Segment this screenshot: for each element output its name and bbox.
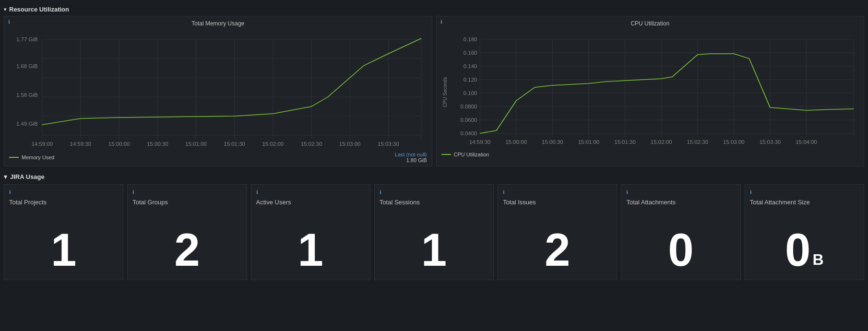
memory-last-label: Last (not null)	[395, 152, 427, 157]
svg-text:1.49 GiB: 1.49 GiB	[16, 121, 38, 127]
svg-text:15:03:30: 15:03:30	[378, 142, 399, 147]
svg-text:14:59:00: 14:59:00	[31, 142, 53, 147]
jira-usage-title: JIRA Usage	[10, 173, 45, 180]
stat-value: 0	[626, 227, 735, 273]
svg-text:0.0600: 0.0600	[460, 118, 477, 123]
cpu-legend: CPU Utilization	[441, 152, 859, 157]
svg-text:15:03:00: 15:03:00	[723, 140, 745, 145]
svg-text:14:59:30: 14:59:30	[70, 142, 92, 147]
stat-value: 1	[380, 227, 488, 273]
cpu-chart-panel: ℹ CPU Utilization	[436, 16, 865, 166]
resource-chevron-icon: ▾	[4, 7, 6, 12]
svg-text:15:00:00: 15:00:00	[108, 142, 130, 147]
svg-text:1.58 GiB: 1.58 GiB	[16, 93, 38, 98]
memory-last-num: 1.80 GiB	[406, 157, 427, 163]
svg-text:14:59:30: 14:59:30	[469, 140, 490, 145]
stat-info-icon[interactable]: ℹ	[9, 189, 11, 195]
stat-title: Total Sessions	[380, 199, 420, 206]
memory-legend: Memory Used Last (not null) 1.80 GiB	[9, 152, 427, 163]
stat-info-icon[interactable]: ℹ	[132, 189, 134, 195]
stat-value: 2	[132, 227, 241, 273]
svg-text:0.0800: 0.0800	[460, 104, 477, 109]
stat-info-icon[interactable]: ℹ	[503, 189, 505, 195]
stat-card: ℹTotal Sessions1	[374, 184, 494, 280]
stat-card: ℹTotal Projects1	[4, 184, 123, 280]
cpu-chart-title: CPU Utilization	[441, 20, 859, 27]
svg-text:0.100: 0.100	[463, 91, 477, 96]
svg-text:15:03:00: 15:03:00	[339, 142, 361, 147]
stat-title: Total Groups	[132, 199, 168, 206]
stat-info-icon[interactable]: ℹ	[626, 189, 628, 195]
stat-card: ℹActive Users1	[251, 184, 370, 280]
svg-text:15:02:30: 15:02:30	[687, 140, 708, 145]
svg-text:15:02:00: 15:02:00	[650, 140, 672, 145]
memory-legend-line	[9, 157, 19, 158]
svg-text:1.77 GiB: 1.77 GiB	[16, 37, 38, 42]
stat-value: 1	[9, 227, 118, 273]
svg-text:15:01:30: 15:01:30	[224, 142, 245, 147]
stat-info-icon[interactable]: ℹ	[380, 189, 381, 195]
memory-chart-area: 1.77 GiB 1.68 GiB 1.58 GiB 1.49 GiB 14:5…	[9, 30, 427, 150]
stat-title: Total Projects	[9, 199, 47, 206]
svg-text:0.140: 0.140	[463, 64, 477, 69]
stats-row: ℹTotal Projects1ℹTotal Groups2ℹActive Us…	[4, 184, 864, 280]
cpu-chart-svg: 0.180 0.160 0.140 0.120 0.100 0.0800 0.0…	[441, 30, 859, 150]
memory-legend-label: Memory Used	[22, 154, 54, 160]
svg-text:1.68 GiB: 1.68 GiB	[16, 64, 38, 69]
stat-title: Total Attachments	[626, 199, 676, 206]
memory-last-value: Last (not null) 1.80 GiB	[395, 152, 427, 163]
svg-text:15:02:30: 15:02:30	[301, 142, 322, 147]
svg-text:15:01:30: 15:01:30	[614, 140, 636, 145]
resource-utilization-header[interactable]: ▾ Resource Utilization	[4, 4, 864, 16]
svg-text:0.120: 0.120	[463, 77, 477, 83]
stat-title: Active Users	[256, 199, 291, 206]
stat-info-icon[interactable]: ℹ	[256, 189, 258, 195]
svg-text:15:01:00: 15:01:00	[185, 142, 207, 147]
stat-value: 2	[503, 227, 612, 273]
stat-card: ℹTotal Issues2	[498, 184, 617, 280]
stat-title: Total Issues	[503, 199, 536, 206]
stat-card: ℹTotal Attachments0	[621, 184, 740, 280]
svg-text:0.160: 0.160	[463, 50, 477, 56]
stat-info-icon[interactable]: ℹ	[750, 189, 752, 195]
stat-card: ℹTotal Groups2	[127, 184, 247, 280]
stat-title: Total Attachment Size	[750, 199, 810, 206]
svg-text:15:00:30: 15:00:30	[147, 142, 168, 147]
memory-chart-svg: 1.77 GiB 1.68 GiB 1.58 GiB 1.49 GiB 14:5…	[9, 30, 427, 150]
svg-text:15:01:00: 15:01:00	[578, 140, 599, 145]
stat-value: 0B	[750, 227, 859, 273]
memory-chart-panel: ℹ Total Memory Usage	[4, 16, 432, 166]
memory-chart-title: Total Memory Usage	[9, 20, 427, 27]
svg-text:15:04:00: 15:04:00	[796, 140, 817, 145]
cpu-chart-area: 0.180 0.160 0.140 0.120 0.100 0.0800 0.0…	[441, 30, 859, 150]
cpu-info-icon[interactable]: ℹ	[440, 19, 442, 24]
svg-text:CPU Seconds: CPU Seconds	[441, 77, 448, 107]
resource-utilization-title: Resource Utilization	[9, 6, 69, 13]
charts-row: ℹ Total Memory Usage	[4, 16, 864, 166]
svg-text:15:00:30: 15:00:30	[542, 140, 563, 145]
jira-usage-header[interactable]: ▾ JIRA Usage	[4, 170, 864, 184]
jira-chevron-icon: ▾	[4, 173, 7, 180]
svg-text:15:02:00: 15:02:00	[262, 142, 284, 147]
svg-text:15:00:00: 15:00:00	[505, 140, 527, 145]
svg-text:0.180: 0.180	[463, 37, 477, 42]
cpu-legend-label: CPU Utilization	[454, 152, 489, 157]
cpu-legend-line	[441, 154, 451, 155]
stat-card: ℹTotal Attachment Size0B	[745, 184, 864, 280]
stat-value: 1	[256, 227, 365, 273]
svg-text:0.0400: 0.0400	[460, 131, 477, 136]
svg-text:15:03:30: 15:03:30	[759, 140, 781, 145]
memory-info-icon[interactable]: ℹ	[8, 19, 10, 24]
